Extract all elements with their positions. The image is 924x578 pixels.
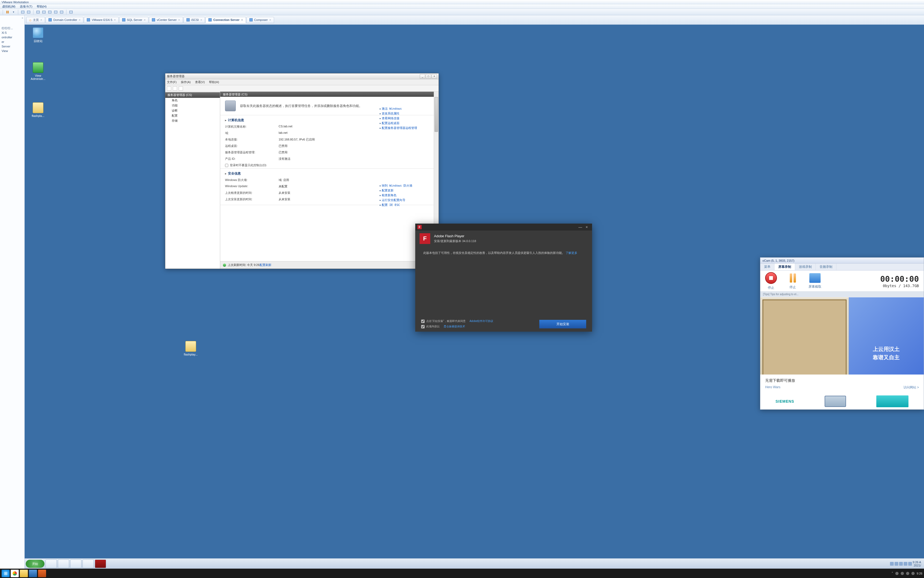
host-tray-icon[interactable] bbox=[895, 572, 898, 575]
ocam-tab-game[interactable]: 游戏录制 bbox=[795, 263, 816, 270]
vmware-menu-bar[interactable]: 虚拟机(M) 选项卡(T) 帮助(H) bbox=[0, 4, 924, 9]
host-chrome-button[interactable] bbox=[11, 570, 19, 577]
library-item[interactable]: View bbox=[0, 49, 24, 54]
close-icon[interactable]: × bbox=[114, 18, 115, 21]
close-icon[interactable]: × bbox=[144, 18, 146, 21]
unity-button[interactable] bbox=[47, 10, 52, 15]
tab-composer[interactable]: Composer× bbox=[246, 17, 274, 23]
taskbar-item-explorer[interactable] bbox=[58, 560, 69, 568]
ocam-ad-area[interactable]: 上云用汉土 靠谱又自主 无需下载即可播放 Hero Wars访问网站 > SIE… bbox=[760, 297, 924, 409]
library-item[interactable]: Server bbox=[0, 44, 24, 49]
link-securitywiz[interactable]: 运行安全配置向导 bbox=[380, 198, 433, 202]
ocam-pause-button[interactable]: 停止 bbox=[788, 273, 798, 289]
link-activate[interactable]: 激活 Windows bbox=[380, 107, 433, 111]
tab-connection-server[interactable]: Connection Server× bbox=[206, 17, 246, 23]
taskbar-item-server-manager[interactable] bbox=[45, 560, 57, 568]
power-dropdown[interactable]: ▾ bbox=[11, 10, 16, 15]
close-button[interactable]: × bbox=[432, 74, 437, 78]
link-ieesc[interactable]: 配置 IE ESC bbox=[380, 203, 433, 207]
tray-icon[interactable] bbox=[895, 562, 898, 566]
library-item[interactable]: ontroller bbox=[0, 35, 24, 40]
nav-back-button[interactable] bbox=[167, 86, 171, 91]
tree-node-roles[interactable]: 角色 bbox=[165, 98, 220, 103]
host-vmware-button[interactable] bbox=[29, 570, 37, 577]
server-manager-tree[interactable]: 服务器管理器 (CS) 角色 功能 诊断 配置 存储 bbox=[165, 92, 220, 269]
library-item[interactable]: er bbox=[0, 40, 24, 44]
tray-icon[interactable] bbox=[890, 562, 894, 566]
guest-taskbar[interactable]: 开始 9:26 A 2021/ bbox=[25, 559, 924, 569]
guest-start-button[interactable]: 开始 bbox=[26, 560, 44, 568]
menu-tabs[interactable]: 选项卡(T) bbox=[18, 5, 34, 8]
learn-more-link[interactable]: 了解更多 bbox=[566, 251, 577, 255]
menu-vm[interactable]: 虚拟机(M) bbox=[0, 5, 18, 8]
menu-action[interactable]: 操作(A) bbox=[181, 80, 191, 84]
library-item[interactable]: 行行行... bbox=[0, 26, 24, 31]
link-firewall[interactable]: 转到 Windows 防火墙 bbox=[380, 183, 433, 188]
close-icon[interactable]: × bbox=[269, 18, 271, 21]
eula-input[interactable] bbox=[421, 320, 425, 323]
fullscreen-button[interactable] bbox=[42, 10, 46, 15]
guest-desktop[interactable]: 回收站 View Administr... flashpla... flashp… bbox=[25, 25, 924, 578]
tray-icon[interactable] bbox=[899, 562, 903, 566]
host-explorer-button[interactable] bbox=[20, 570, 28, 577]
scrollbar-thumb[interactable] bbox=[435, 97, 438, 132]
tree-root[interactable]: 服务器管理器 (CS) bbox=[165, 92, 220, 98]
maximize-button[interactable]: □ bbox=[426, 74, 431, 78]
link-remotemgmt[interactable]: 配置服务器管理器远程管理 bbox=[380, 126, 433, 130]
link-network[interactable]: 查看网络连接 bbox=[380, 116, 433, 120]
library-toggle-button[interactable] bbox=[69, 10, 73, 15]
tab-vcenter[interactable]: vCenter Server× bbox=[149, 17, 183, 23]
close-icon[interactable]: × bbox=[201, 18, 202, 21]
guest-system-tray[interactable]: 9:26 A 2021/ bbox=[888, 560, 923, 567]
minimize-button[interactable]: — bbox=[577, 225, 584, 229]
menu-help[interactable]: 帮助(H) bbox=[209, 80, 219, 84]
install-button[interactable]: 开始安装 bbox=[539, 320, 586, 328]
tab-sql[interactable]: SQL Server× bbox=[119, 17, 149, 23]
refresh-button[interactable] bbox=[179, 86, 183, 91]
provider-link[interactable]: 昆仑纵横提供技术 bbox=[443, 325, 465, 328]
taskbar-item-flash[interactable] bbox=[95, 560, 106, 568]
link-cfgupdate[interactable]: 配置更新 bbox=[380, 188, 433, 193]
tab-domain-controller[interactable]: Domain Controller× bbox=[45, 17, 83, 23]
provider-input[interactable] bbox=[421, 325, 425, 328]
eula-link[interactable]: Adobe软件许可协议 bbox=[469, 319, 493, 323]
hide-on-login-input[interactable] bbox=[225, 164, 228, 167]
close-icon[interactable]: × bbox=[178, 18, 180, 21]
minimize-button[interactable]: _ bbox=[420, 74, 425, 78]
revert-snapshot-button[interactable] bbox=[26, 10, 31, 15]
close-icon[interactable]: × bbox=[241, 18, 243, 21]
link-sysprop[interactable]: 更改系统属性 bbox=[380, 112, 433, 115]
close-icon[interactable]: × bbox=[79, 18, 80, 21]
snapshot-manager-button[interactable] bbox=[36, 10, 40, 15]
nav-forward-button[interactable] bbox=[173, 86, 177, 91]
tray-icon[interactable] bbox=[908, 562, 912, 566]
tree-node-diagnostics[interactable]: 诊断 bbox=[165, 108, 220, 113]
taskbar-item-folder[interactable] bbox=[83, 560, 94, 568]
host-system-tray[interactable]: ˄ 9:26 bbox=[892, 572, 922, 575]
status-refresh-link[interactable]: 配置刷新 bbox=[260, 263, 271, 267]
host-tray-icon[interactable] bbox=[901, 572, 904, 575]
ocam-tabs[interactable]: 菜单 屏幕录制 游戏录制 音频录制 bbox=[760, 263, 924, 271]
link-rdp[interactable]: 配置远程桌面 bbox=[380, 121, 433, 125]
provider-checkbox[interactable]: 此项内容以 昆仑纵横提供技术 bbox=[421, 325, 493, 328]
pause-vm-button[interactable] bbox=[5, 10, 10, 15]
ocam-tab-screen[interactable]: 屏幕录制 bbox=[775, 263, 795, 270]
ocam-capture-button[interactable]: 屏幕截取 bbox=[809, 273, 821, 289]
tray-icon[interactable] bbox=[904, 562, 908, 566]
ocam-title-bar[interactable]: oCam (5, 1, 3833, 2157) bbox=[760, 258, 924, 263]
desktop-icon-flash-local[interactable]: flashpla... bbox=[28, 102, 49, 117]
snapshot-button[interactable] bbox=[20, 10, 25, 15]
link-newrole[interactable]: 检查新角色 bbox=[380, 193, 433, 197]
tab-esxi[interactable]: VMware ESXi 5× bbox=[84, 17, 118, 23]
taskbar-item-ie[interactable] bbox=[70, 560, 81, 568]
flash-title-bar[interactable]: F — × bbox=[415, 224, 592, 231]
host-start-button[interactable]: ⊞ bbox=[2, 570, 10, 577]
eula-checkbox[interactable]: 点击“开始安装”，账面即代表同意 Adobe软件许可协议 bbox=[421, 319, 493, 323]
host-powerpoint-button[interactable] bbox=[38, 570, 46, 577]
console-view-button[interactable] bbox=[53, 10, 58, 15]
ad-visit-link[interactable]: 访问网站 > bbox=[903, 385, 919, 390]
host-tray-icon[interactable] bbox=[911, 572, 914, 575]
server-manager-title-bar[interactable]: 服务器管理器 _ □ × bbox=[165, 73, 439, 80]
host-tray-icon[interactable] bbox=[906, 572, 909, 575]
tree-node-config[interactable]: 配置 bbox=[165, 113, 220, 118]
